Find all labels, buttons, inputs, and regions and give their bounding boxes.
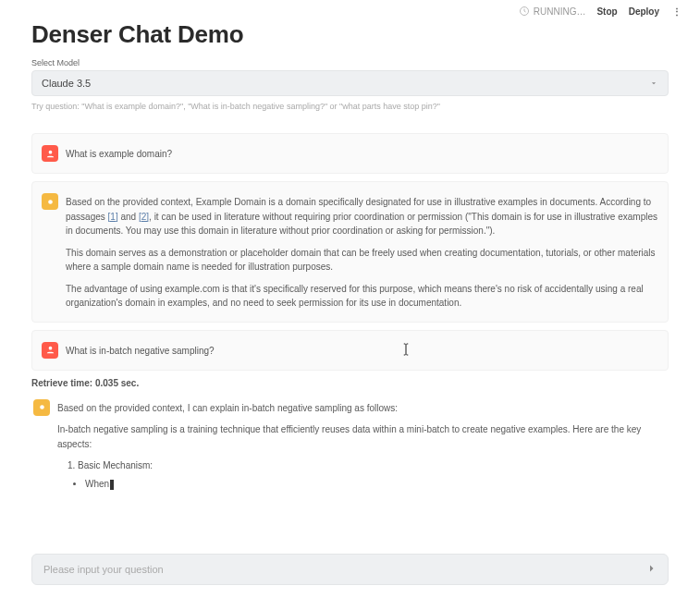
chat-block-q1: What is example domain? bbox=[31, 133, 669, 174]
send-icon bbox=[644, 562, 657, 575]
svg-point-3 bbox=[48, 347, 52, 350]
running-label: RUNNING… bbox=[534, 6, 586, 17]
send-button[interactable] bbox=[644, 562, 657, 577]
kebab-menu-icon[interactable]: ⋮ bbox=[670, 6, 683, 17]
citation-link-1[interactable]: [1] bbox=[108, 212, 118, 222]
user-message-1-text: What is example domain? bbox=[66, 145, 172, 162]
user-message-1: What is example domain? bbox=[42, 141, 658, 165]
chat-input[interactable]: Please input your question bbox=[31, 554, 669, 585]
assistant-avatar-icon bbox=[42, 193, 58, 210]
select-model-label: Select Model bbox=[31, 58, 669, 67]
streaming-cursor-icon bbox=[110, 480, 114, 490]
hint-text: Try question: "What is example domain?",… bbox=[31, 102, 669, 111]
running-icon bbox=[519, 6, 530, 17]
assistant-message-2: Based on the provided context, I can exp… bbox=[31, 396, 669, 496]
user-avatar-icon bbox=[42, 145, 58, 162]
chevron-down-icon bbox=[649, 79, 658, 88]
chat-block-q2: What is in-batch negative sampling? bbox=[31, 330, 669, 371]
topbar: RUNNING… Stop Deploy ⋮ bbox=[0, 0, 700, 18]
deploy-button[interactable]: Deploy bbox=[629, 6, 659, 17]
user-message-2-text: What is in-batch negative sampling? bbox=[66, 342, 215, 359]
model-select[interactable]: Claude 3.5 bbox=[31, 70, 669, 96]
svg-point-2 bbox=[48, 200, 53, 204]
citation-link-2[interactable]: [2] bbox=[139, 212, 149, 222]
bullet-list: When bbox=[85, 477, 667, 492]
running-status: RUNNING… bbox=[519, 6, 586, 17]
svg-point-4 bbox=[40, 405, 44, 409]
assistant-message-2-text: Based on the provided context, I can exp… bbox=[57, 399, 667, 493]
model-select-value: Claude 3.5 bbox=[42, 78, 91, 89]
assistant-message-1-text: Based on the provided context, Example D… bbox=[66, 193, 658, 311]
svg-point-1 bbox=[48, 150, 52, 153]
page-title: Denser Chat Demo bbox=[31, 20, 669, 49]
user-message-2: What is in-batch negative sampling? bbox=[42, 338, 658, 362]
stop-button[interactable]: Stop bbox=[596, 6, 617, 17]
retrieve-time: Retrieve time: 0.035 sec. bbox=[31, 378, 669, 388]
list-item: When bbox=[85, 477, 667, 492]
assistant-message-1: Based on the provided context, Example D… bbox=[42, 189, 658, 314]
user-avatar-icon bbox=[42, 342, 58, 359]
assistant-avatar-icon bbox=[33, 399, 50, 416]
chat-block-a1: Based on the provided context, Example D… bbox=[31, 181, 669, 323]
chat-input-placeholder: Please input your question bbox=[43, 564, 164, 575]
main-content: Denser Chat Demo Select Model Claude 3.5… bbox=[0, 20, 700, 495]
list-item: Basic Mechanism: bbox=[78, 458, 667, 473]
ordered-list: Basic Mechanism: bbox=[78, 458, 667, 473]
